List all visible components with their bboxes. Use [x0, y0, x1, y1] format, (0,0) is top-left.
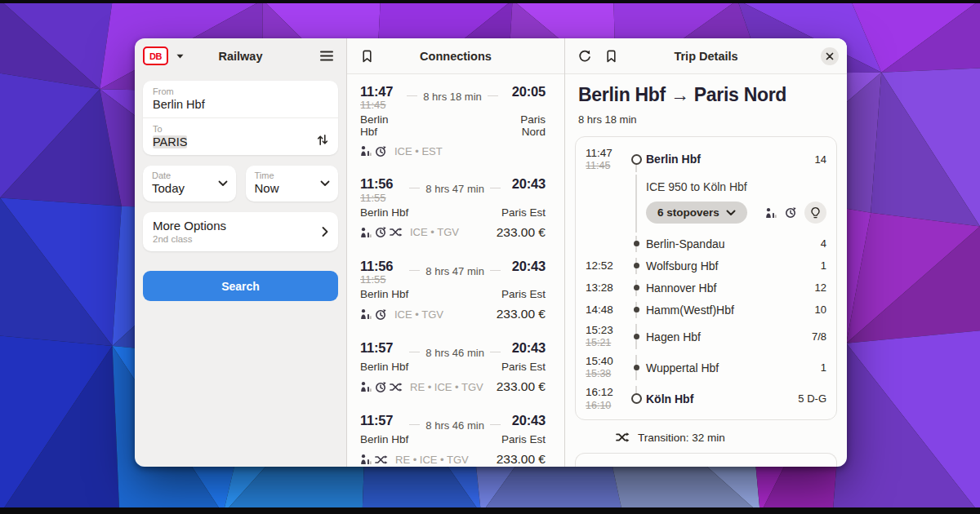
- price: 233.00 €: [497, 225, 546, 240]
- to-label: To: [153, 124, 328, 134]
- realtime-clock-icon: [375, 381, 387, 393]
- stop-time: 12:52: [586, 259, 626, 273]
- stop-name: Köln Hbf: [646, 392, 791, 405]
- stop-time: 15:40: [586, 355, 626, 368]
- connection-row[interactable]: 11:57 8 hrs 46 min 20:43 Berlin Hbf Pari…: [347, 403, 564, 467]
- from-station: Berlin Hbf: [360, 206, 408, 219]
- more-options-row[interactable]: More Options 2nd class: [143, 212, 338, 251]
- realtime-clock-icon: [375, 226, 387, 238]
- to-field[interactable]: To PARIS: [143, 117, 338, 155]
- stop-time: 13:28: [586, 281, 626, 295]
- connection-row[interactable]: 11:4711:45 8 hrs 18 min 20:05 Berlin Hbf…: [347, 74, 564, 166]
- main-menu-button[interactable]: [315, 45, 338, 68]
- departure-time: 11:57: [360, 340, 408, 355]
- stop-platform: 14: [808, 153, 826, 166]
- stop-platform: 7/8: [805, 330, 826, 343]
- price: 233.00 €: [497, 452, 546, 467]
- next-leg-card-partial: [575, 453, 837, 467]
- connection-row[interactable]: 11:5611:55 8 hrs 47 min 20:43 Berlin Hbf…: [347, 166, 564, 248]
- transfer-shuffle-icon: [390, 381, 403, 393]
- tips-button[interactable]: [804, 202, 826, 224]
- lightbulb-icon: [809, 206, 822, 219]
- stop-platform: 1: [814, 361, 826, 374]
- connections-headerbar: Connections: [347, 38, 564, 74]
- stop-platform: 5 D-G: [791, 392, 826, 405]
- stop-time: 16:12: [586, 386, 626, 399]
- chevron-down-icon: [726, 210, 736, 216]
- stop-row: 15:2315:21 Hagen Hbf 7/8: [586, 321, 826, 352]
- provider-db-logo[interactable]: DB: [143, 47, 168, 65]
- timeline-stop-marker: [634, 365, 639, 370]
- stopovers-expander[interactable]: 6 stopovers: [646, 202, 747, 224]
- stop-row: 12:52 Wolfsburg Hbf 1: [586, 255, 826, 277]
- occupancy-icon: [360, 145, 372, 157]
- transfer-shuffle-icon: [390, 226, 403, 238]
- connections-pane: Connections 11:4711:45 8 hrs 18 min 20:0…: [346, 38, 564, 467]
- realtime-clock-icon: [375, 145, 387, 157]
- timeline-stop-marker: [634, 285, 639, 290]
- price: 233.00 €: [497, 307, 546, 321]
- stop-platform: 12: [808, 281, 826, 294]
- chevron-down-icon: [320, 180, 330, 187]
- timeline-stop-marker: [634, 334, 639, 339]
- from-input[interactable]: Berlin Hbf: [153, 98, 328, 111]
- swap-stations-button[interactable]: [316, 134, 329, 146]
- provider-caret-down-icon[interactable]: [176, 54, 184, 59]
- bookmarks-button[interactable]: [355, 45, 378, 68]
- bookmark-trip-button[interactable]: [599, 45, 622, 68]
- desktop: DB Railway From Berlin Hb: [0, 0, 980, 514]
- to-station: Paris Est: [501, 206, 546, 219]
- from-station: Berlin Hbf: [360, 433, 408, 445]
- close-button[interactable]: [821, 47, 839, 65]
- occupancy-icon: [360, 227, 372, 238]
- trip-details-content: Berlin Hbf → Paris Nord 8 hrs 18 min 11:…: [565, 74, 847, 467]
- to-input[interactable]: PARIS: [153, 135, 187, 148]
- to-station: Paris Est: [501, 361, 546, 373]
- occupancy-icon: [360, 381, 372, 392]
- stations-card: From Berlin Hbf To PARIS: [143, 81, 338, 155]
- stop-platform: 4: [814, 237, 826, 250]
- stop-name: Wuppertal Hbf: [646, 361, 814, 374]
- from-field[interactable]: From Berlin Hbf: [143, 81, 338, 117]
- connection-row[interactable]: 11:57 8 hrs 46 min 20:43 Berlin Hbf Pari…: [347, 330, 564, 403]
- to-station: Paris Nord: [498, 113, 546, 138]
- bookmark-icon: [605, 50, 617, 63]
- connections-title: Connections: [347, 50, 564, 63]
- stop-platform: 10: [808, 304, 826, 316]
- from-station: Berlin Hbf: [360, 288, 408, 300]
- duration: 8 hrs 18 min: [423, 91, 482, 103]
- search-pane: DB Railway From Berlin Hb: [135, 38, 346, 467]
- transfer-shuffle-icon: [375, 454, 388, 466]
- transition-row: Transition: 32 min: [616, 431, 847, 444]
- screen-top-bezel: [0, 0, 980, 3]
- close-icon: [826, 52, 834, 60]
- date-dropdown[interactable]: Date Today: [143, 166, 236, 202]
- train-types: RE • ICE • TGV: [395, 454, 469, 466]
- date-value: Today: [152, 181, 227, 195]
- stop-time: 11:47: [586, 147, 626, 160]
- departure-time: 11:57: [360, 413, 408, 428]
- stop-platform: 1: [814, 259, 826, 272]
- refresh-button[interactable]: [573, 45, 596, 68]
- timeline-stop-marker: [634, 241, 639, 246]
- bookmark-icon: [361, 50, 373, 63]
- trip-duration: 8 hrs 18 min: [578, 113, 834, 126]
- occupancy-icon: [765, 207, 777, 219]
- refresh-icon: [578, 50, 591, 63]
- departure-time: 11:56: [360, 259, 408, 273]
- realtime-clock-icon: [375, 308, 387, 321]
- connection-row[interactable]: 11:5611:55 8 hrs 47 min 20:43 Berlin Hbf…: [347, 249, 564, 330]
- time-dropdown[interactable]: Time Now: [246, 166, 339, 202]
- duration: 8 hrs 46 min: [425, 419, 484, 432]
- to-station: Paris Est: [501, 433, 546, 445]
- arrival-time: 20:43: [501, 259, 546, 273]
- search-button[interactable]: Search: [143, 271, 338, 301]
- stop-time: 14:48: [586, 304, 626, 317]
- occupancy-icon: [360, 308, 372, 320]
- time-label: Time: [255, 171, 330, 180]
- stop-row: 14:48 Hamm(Westf)Hbf 10: [586, 299, 826, 321]
- travel-class-value: 2nd class: [153, 234, 328, 244]
- stop-row: 15:4015:38 Wuppertal Hbf 1: [586, 352, 826, 383]
- train-types: ICE • TGV: [394, 308, 443, 321]
- stop-name: Hamm(Westf)Hbf: [646, 304, 808, 317]
